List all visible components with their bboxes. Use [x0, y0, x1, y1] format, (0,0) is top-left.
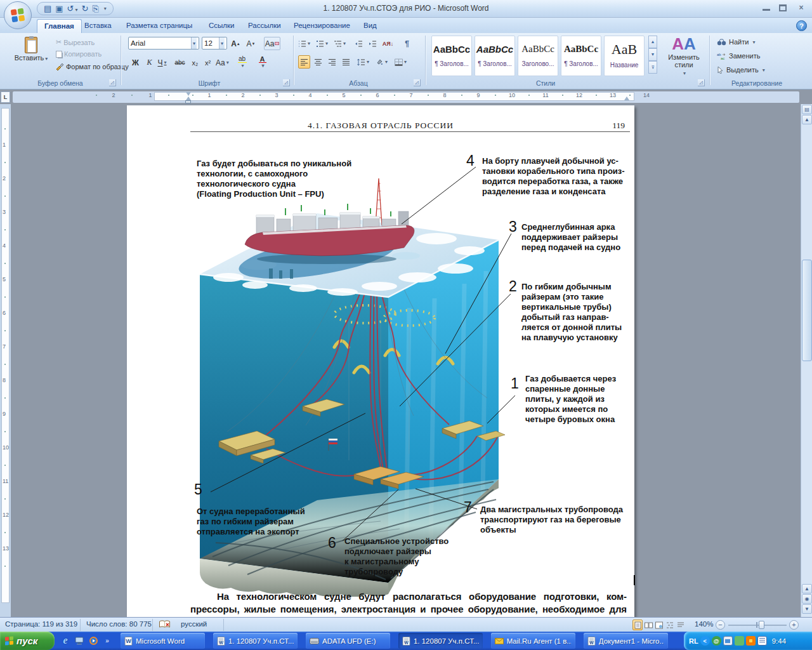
show-marks-button[interactable]: ¶ — [401, 37, 413, 50]
document-page[interactable]: 4.1. ГАЗОВАЯ ОТРАСЛЬ РОССИИ 119 Газ буде… — [127, 105, 634, 617]
tab-home[interactable]: Главная — [37, 19, 82, 33]
taskbar-button-doc1[interactable]: W 1. 120807 Уч.п.СТ... — [213, 633, 298, 649]
quicklaunch-media-player-icon[interactable] — [86, 633, 100, 647]
font-color-button[interactable]: А — [256, 56, 268, 69]
tray-network-icon[interactable] — [723, 636, 733, 646]
quicklaunch-ie-icon[interactable]: e — [58, 633, 72, 647]
tray-agent-icon[interactable]: @ — [712, 636, 721, 646]
taskbar-button-doc3[interactable]: W Документ1 - Micro... — [584, 633, 668, 649]
select-button[interactable]: Выделить — [717, 66, 765, 74]
office-button[interactable] — [4, 1, 32, 29]
numbering-button[interactable] — [316, 37, 328, 50]
view-web-layout-icon[interactable] — [654, 620, 664, 630]
bullets-button[interactable] — [298, 37, 310, 50]
zoom-in-icon[interactable]: + — [789, 620, 799, 630]
subscript-button[interactable]: x₂ — [189, 56, 201, 69]
font-size-select[interactable]: 12▾ — [202, 37, 227, 50]
spellcheck-icon[interactable] — [159, 620, 171, 630]
restore-button[interactable] — [779, 4, 787, 11]
view-print-layout-icon[interactable] — [632, 620, 643, 630]
taskbar-button-usb-drive[interactable]: ADATA UFD (E:) — [306, 633, 390, 649]
tab-page-layout[interactable]: Разметка страницы — [119, 19, 199, 33]
clipboard-dialog-launcher[interactable]: ◿ — [109, 79, 116, 86]
highlight-button[interactable]: ab — [236, 56, 248, 69]
increase-indent-button[interactable] — [367, 37, 379, 50]
zoom-out-icon[interactable]: − — [716, 620, 725, 630]
paragraph-dialog-launcher[interactable]: ◿ — [414, 79, 421, 86]
borders-button[interactable] — [395, 55, 407, 69]
clear-formatting-button[interactable]: Aa — [264, 37, 280, 50]
previous-page-icon[interactable]: ▲ — [802, 584, 812, 594]
styles-dialog-launcher[interactable]: ◿ — [698, 79, 705, 86]
taskbar-button-mailru[interactable]: Mail.Ru Агент (1 в... — [491, 633, 575, 649]
tray-scheduler-icon[interactable] — [757, 636, 767, 646]
right-indent-marker[interactable] — [624, 96, 629, 100]
tab-mailings[interactable]: Рассылки — [241, 19, 288, 33]
align-right-button[interactable] — [326, 55, 338, 69]
clock[interactable]: 9:44 — [772, 637, 786, 645]
quicklaunch-more-icon[interactable]: » — [100, 633, 114, 647]
tray-antivirus-icon[interactable] — [735, 636, 744, 646]
taskbar-button-doc2-active[interactable]: W 1. 120807 Уч.п.СТ... — [398, 633, 483, 649]
word-count[interactable]: Число слов: 80 775 — [86, 620, 152, 628]
zoom-slider-thumb[interactable] — [759, 621, 764, 629]
tray-switcher-icon[interactable]: < — [700, 636, 710, 646]
styles-scroll-down-icon[interactable]: ▼ — [648, 48, 657, 61]
bold-button[interactable]: Ж — [129, 56, 141, 69]
zoom-level[interactable]: 140% — [695, 620, 713, 628]
page-indicator[interactable]: Страница: 119 из 319 — [5, 620, 77, 628]
vertical-scrollbar[interactable]: ▤ ▲ ▲ ◉ ▼ — [801, 104, 812, 617]
style-item-title[interactable]: AaB Название — [604, 36, 645, 76]
zoom-slider-track[interactable] — [728, 625, 787, 626]
start-button[interactable]: пуск — [0, 632, 55, 650]
view-draft-icon[interactable] — [676, 620, 686, 630]
font-dialog-launcher[interactable]: ◿ — [283, 79, 290, 86]
superscript-button[interactable]: x² — [202, 56, 214, 69]
decrease-indent-button[interactable] — [353, 37, 365, 50]
help-icon[interactable]: ? — [796, 20, 807, 31]
browse-object-icon[interactable]: ◉ — [802, 594, 812, 604]
align-center-button[interactable] — [312, 55, 324, 69]
change-styles-button[interactable]: AA Изменить стили — [660, 34, 708, 76]
style-item-heading1[interactable]: AaBbCc ¶ Заголов... — [431, 36, 472, 76]
minimize-button[interactable] — [763, 4, 770, 11]
strikethrough-button[interactable]: abc — [174, 56, 186, 69]
tab-insert[interactable]: Вставка — [77, 19, 119, 33]
line-spacing-button[interactable] — [357, 55, 369, 69]
scrollbar-thumb[interactable] — [802, 260, 812, 361]
taskbar-button-word[interactable]: W Microsoft Word — [121, 633, 205, 649]
align-left-button[interactable] — [298, 55, 310, 69]
tab-references[interactable]: Ссылки — [202, 19, 242, 33]
find-button[interactable]: Найти — [717, 38, 755, 46]
first-line-indent-marker[interactable] — [186, 92, 191, 96]
shrink-font-button[interactable]: A▼ — [245, 37, 257, 50]
close-button[interactable]: × — [796, 3, 807, 12]
tab-review[interactable]: Рецензирование — [287, 19, 357, 33]
next-page-icon[interactable]: ▼ — [802, 604, 812, 614]
replace-button[interactable]: abac Заменить — [717, 52, 760, 60]
font-family-select[interactable]: Arial▾ — [128, 37, 199, 50]
italic-button[interactable]: К — [143, 56, 155, 69]
quicklaunch-desktop-icon[interactable] — [72, 633, 86, 647]
copy-button[interactable]: Копировать — [56, 50, 102, 58]
language-indicator[interactable]: русский — [181, 620, 207, 628]
style-item-heading3[interactable]: AaBbCc Заголово... — [518, 36, 558, 76]
tray-security-icon[interactable] — [746, 636, 756, 646]
shading-button[interactable] — [376, 55, 388, 69]
styles-scroll-up-icon[interactable]: ▲ — [648, 36, 657, 48]
change-case-button[interactable]: Aa — [216, 56, 229, 69]
multilevel-list-button[interactable] — [334, 37, 346, 50]
style-item-heading4[interactable]: AaBbCc ¶ Заголов... — [561, 36, 601, 76]
ruler-toggle-icon[interactable]: ▤ — [802, 105, 812, 114]
style-item-heading2[interactable]: AaBbCc ¶ Заголов... — [475, 36, 515, 76]
sort-button[interactable]: АЯ↓ — [382, 37, 394, 50]
underline-button[interactable]: Ч — [156, 56, 168, 69]
cut-button[interactable]: ✂ Вырезать — [56, 38, 95, 46]
language-bar[interactable]: RL — [689, 637, 698, 645]
justify-button[interactable] — [340, 55, 352, 69]
tab-view[interactable]: Вид — [357, 19, 384, 33]
view-fullscreen-icon[interactable] — [643, 620, 653, 630]
scroll-up-icon[interactable]: ▲ — [802, 115, 812, 124]
styles-more-icon[interactable]: ⊽ — [648, 61, 657, 74]
left-indent-marker[interactable] — [185, 100, 191, 103]
